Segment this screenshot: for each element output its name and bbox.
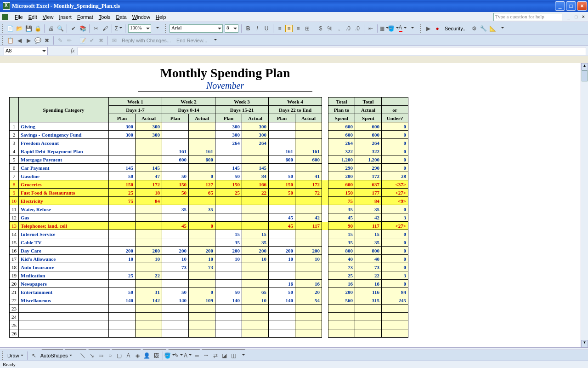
menu-tools[interactable]: Tools — [96, 13, 113, 21]
align-center-icon[interactable]: ≡ — [285, 25, 293, 32]
spell-icon[interactable]: ✔ — [70, 25, 77, 32]
design-icon[interactable]: 📐 — [489, 25, 496, 32]
next-comment-icon[interactable]: ▶ — [25, 37, 32, 44]
more-buttons-icon[interactable] — [153, 25, 160, 32]
paint-icon[interactable]: 🖌 — [102, 25, 109, 32]
run-macro-icon[interactable]: ▶ — [424, 25, 432, 32]
more-macro-icon[interactable] — [498, 25, 505, 32]
underline-icon[interactable]: U — [263, 25, 270, 32]
dec-decimal-icon[interactable]: .0 — [354, 25, 361, 32]
fontsize-combo[interactable]: 8 — [225, 24, 238, 33]
print-icon[interactable]: 🖨 — [47, 25, 55, 32]
reject-icon: ✖ — [97, 37, 105, 44]
track-icon: 📝 — [79, 37, 86, 44]
mdi-close[interactable]: × — [581, 14, 586, 19]
new-comment-icon[interactable]: 📋 — [6, 37, 14, 44]
ink-icon: ✎ — [57, 37, 64, 44]
preview-icon[interactable]: 🔍 — [57, 25, 64, 32]
fill-color-icon[interactable]: 🪣 — [390, 25, 397, 32]
standard-toolbar: 📄 📂 💾 🔒 🖨 🔍 ✔ 📚 ✂ 🖌 Σ 100% Arial 8 B I U… — [0, 22, 588, 35]
minimize-button[interactable]: _ — [555, 1, 565, 11]
accept-icon: ✔ — [88, 37, 96, 44]
open-icon[interactable]: 📂 — [16, 25, 23, 32]
close-button[interactable]: × — [577, 1, 587, 11]
bold-icon[interactable]: B — [244, 25, 252, 32]
align-left-icon[interactable]: ≡ — [276, 25, 283, 32]
font-combo[interactable]: Arial — [170, 24, 223, 33]
title-bar: Microsoft Excel - Monthly_Spending_Plan.… — [0, 0, 588, 12]
menu-help[interactable]: Help — [153, 13, 169, 21]
comma-icon[interactable]: , — [335, 25, 343, 32]
prev-comment-icon[interactable]: ◀ — [16, 37, 23, 44]
name-box[interactable]: A8 — [4, 47, 48, 55]
menu-insert[interactable]: Insert — [56, 13, 74, 21]
menu-file[interactable]: File — [12, 13, 26, 21]
reviewing-toolbar: 📋 ◀ ▶ 💬 ✖ ✎ ✏ 📝 ✔ ✖ ✉ Reply with Changes… — [0, 35, 588, 46]
permission-icon[interactable]: 🔒 — [34, 25, 41, 32]
align-right-icon[interactable]: ≡ — [294, 25, 302, 32]
end-review-button: End Review... — [175, 38, 209, 43]
record-macro-icon[interactable]: ● — [434, 25, 441, 32]
toolbox-icon[interactable]: 🔧 — [480, 25, 487, 32]
window-title: Microsoft Excel - Monthly_Spending_Plan.… — [12, 3, 120, 10]
mail-icon: ✉ — [111, 37, 118, 44]
formula-input[interactable] — [78, 47, 586, 55]
vbe-icon[interactable]: ⚙ — [470, 25, 478, 32]
italic-icon[interactable]: I — [254, 25, 261, 32]
currency-icon[interactable]: $ — [317, 25, 324, 32]
menu-data[interactable]: Data — [113, 13, 129, 21]
doc-icon — [2, 14, 8, 20]
more-review-icon[interactable] — [211, 37, 218, 44]
save-icon[interactable]: 💾 — [25, 25, 32, 32]
help-search[interactable]: Type a question for help — [493, 13, 562, 21]
menu-format[interactable]: Format — [74, 13, 96, 21]
mdi-restore[interactable]: □ — [573, 14, 579, 19]
reply-changes-button: Reply with Changes... — [120, 38, 173, 43]
delete-comment-icon[interactable]: ✖ — [43, 37, 51, 44]
ink-erase-icon: ✏ — [66, 37, 73, 44]
maximize-button[interactable]: □ — [566, 1, 576, 11]
menu-bar: FileEditViewInsertFormatToolsDataWindowH… — [0, 12, 588, 22]
fx-icon[interactable]: fx — [71, 47, 75, 54]
security-button[interactable]: Security... — [443, 26, 469, 31]
merge-icon[interactable]: ⊞ — [304, 25, 311, 32]
font-color-icon[interactable]: A — [399, 25, 406, 32]
autosum-icon[interactable]: Σ — [115, 25, 122, 32]
show-comment-icon[interactable]: 💬 — [34, 37, 41, 44]
zoom-combo[interactable]: 100% — [128, 24, 151, 33]
dec-indent-icon[interactable]: ⇤ — [367, 25, 374, 32]
more-format-icon[interactable] — [408, 25, 415, 32]
mdi-minimize[interactable]: _ — [566, 14, 571, 19]
new-icon[interactable]: 📄 — [6, 25, 14, 32]
percent-icon[interactable]: % — [326, 25, 334, 32]
inc-decimal-icon[interactable]: .0 — [345, 25, 352, 32]
menu-view[interactable]: View — [40, 13, 57, 21]
research-icon[interactable]: 📚 — [79, 25, 86, 32]
menu-edit[interactable]: Edit — [26, 13, 40, 21]
border-icon[interactable]: ▦ — [380, 25, 388, 32]
app-icon — [3, 2, 10, 10]
cut-icon[interactable]: ✂ — [92, 25, 100, 32]
menu-window[interactable]: Window — [130, 13, 153, 21]
formula-bar: A8 fx — [0, 46, 588, 56]
